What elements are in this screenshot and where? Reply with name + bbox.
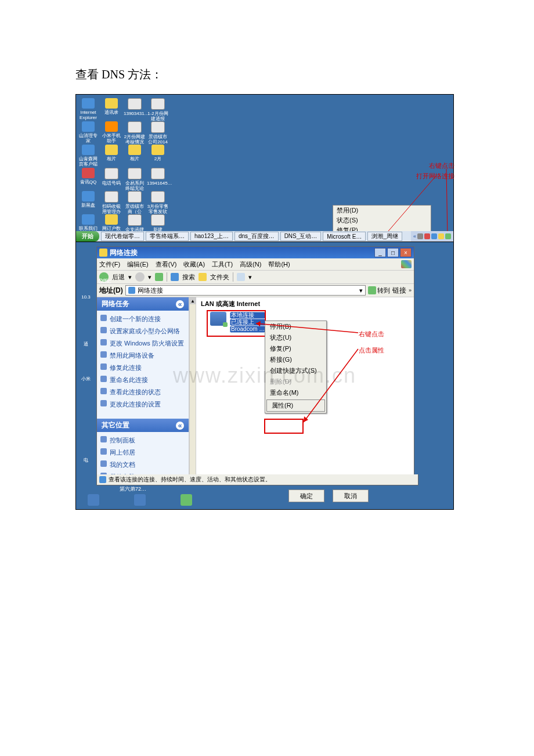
side-task-item[interactable]: 禁用此网络设备 [97, 350, 189, 362]
desktop-icon[interactable]: 电话号码 [100, 168, 122, 186]
desktop-icon[interactable]: 小米手机助手 [100, 121, 122, 143]
maximize-button[interactable]: □ [387, 248, 399, 257]
menu-item[interactable]: 文件(F) [99, 260, 120, 269]
side-task-item[interactable]: 更改 Windows 防火墙设置 [97, 337, 189, 350]
desktop-icon[interactable]: 13903431… [124, 98, 146, 116]
side-other-item[interactable]: 我的文档 [97, 459, 189, 471]
ctx-properties[interactable]: 属性(R) [266, 399, 325, 412]
address-bar: 地址(D) 网络连接 ▾ 转到 链接» [97, 284, 414, 297]
anno-right-click-2: 右键点击 [359, 330, 384, 339]
desktop-icon[interactable]: 2月 [147, 145, 169, 161]
taskbar-button[interactable]: hao123_上… [190, 232, 233, 241]
status-bar: 查看该连接的连接、持续时间、速度、活动、和其他状态设置。 [96, 474, 418, 485]
ok-button[interactable]: 确定 [288, 489, 324, 502]
close-button[interactable]: × [400, 248, 412, 257]
taskbar-icons-sliver [88, 494, 192, 506]
views-button[interactable] [237, 273, 245, 281]
sliver-label-2: 通 [77, 341, 95, 347]
red-highlight-box-properties [264, 419, 304, 434]
address-value: 网络连接 [138, 286, 163, 295]
side-other-item[interactable]: 网上邻居 [97, 447, 189, 459]
toolbar: 后退▾ ▾ 搜索 文件夹 ▾ [97, 271, 414, 284]
menu-disable[interactable]: 禁用(D) [333, 206, 431, 215]
side-task-item[interactable]: 修复此连接 [97, 362, 189, 374]
menu-item[interactable]: 查看(V) [156, 260, 177, 269]
doc-heading: 查看 DNS 方法： [75, 67, 459, 82]
ctx-status[interactable]: 状态(U) [265, 332, 326, 343]
desktop-icon[interactable]: 13941645… [147, 168, 169, 186]
ctx-repair[interactable]: 修复(P) [265, 343, 326, 354]
links-label: 链接 [392, 286, 406, 296]
side-other-header[interactable]: 其它位置« [97, 419, 189, 432]
address-input[interactable]: 网络连接 ▾ [125, 285, 366, 296]
desktop-icon[interactable]: 新黑盘 [77, 191, 99, 208]
folders-icon[interactable] [199, 273, 207, 281]
app-icon [99, 249, 107, 257]
menu-item[interactable]: 工具(T) [212, 260, 233, 269]
search-label: 搜索 [182, 273, 195, 282]
taskbar-button[interactable]: DNS_互动… [280, 232, 322, 241]
sliver-label-1: 10.3 [77, 294, 95, 300]
desktop-icon[interactable]: 1-2月份网建通报 [147, 98, 169, 121]
go-button[interactable]: 转到 [368, 286, 390, 295]
ctx-disable[interactable]: 停用(B) [265, 321, 326, 332]
system-tray[interactable]: « [411, 231, 453, 242]
start-button[interactable]: 开始 [76, 231, 99, 242]
taskbar-button[interactable]: 零售终端系… [146, 232, 189, 241]
cancel-button[interactable]: 取消 [333, 489, 369, 502]
red-highlight-box-item [207, 310, 266, 337]
title-bar[interactable]: 网络连接 _ □ × [97, 247, 414, 258]
desktop-icon[interactable]: 山青森网页客户端 [77, 145, 99, 167]
anno-click-properties: 点击属性 [359, 346, 384, 355]
ctx-rename[interactable]: 重命名(M) [265, 387, 326, 398]
side-task-item[interactable]: 重命名此连接 [97, 374, 189, 386]
folders-label: 文件夹 [210, 273, 229, 282]
anno-open-network: 打开网络连接 [416, 172, 454, 181]
sliver-label-3: 小米 [77, 376, 95, 382]
desktop-icon[interactable]: Internet Explorer [77, 98, 99, 120]
taskbar-button[interactable]: dns_百度搜… [234, 232, 279, 241]
taskbar-button[interactable]: 浏潮_周继 [367, 232, 402, 241]
desktop-icon[interactable]: 通讯录 [100, 98, 122, 115]
status-icon [99, 476, 106, 483]
menu-bar[interactable]: 文件(F)编辑(E)查看(V)收藏(A)工具(T)高级(N)帮助(H) [97, 258, 414, 271]
taskbar-button[interactable]: 现代卷烟零… [101, 232, 144, 241]
content-pane: LAN 或高速 Internet 本地连接 已连接上 Broadcom … 停用… [196, 297, 414, 485]
desktop-icon[interactable]: 网订户数 [100, 214, 122, 231]
back-label: 后退 [112, 273, 125, 282]
search-icon[interactable] [171, 273, 179, 281]
offic-label: Offic [97, 276, 112, 286]
ctx-bridge[interactable]: 桥接(G) [265, 354, 326, 365]
windows-logo-icon [401, 260, 412, 268]
desktop-icon[interactable]: 青讯QQ [77, 168, 99, 185]
menu-item[interactable]: 高级(N) [240, 260, 261, 269]
menu-item[interactable]: 编辑(E) [127, 260, 149, 269]
desktop-icon[interactable]: 相片 [124, 145, 146, 161]
category-label: LAN 或高速 Internet [196, 297, 414, 311]
scrollbar[interactable]: ▲▼ [189, 297, 196, 485]
window-title: 网络连接 [110, 248, 138, 258]
ctx-delete: 删除(D) [265, 376, 326, 387]
side-task-item[interactable]: 创建一个新的连接 [97, 313, 189, 325]
side-task-item[interactable]: 更改此连接的设置 [97, 398, 189, 411]
side-other-item[interactable]: 控制面板 [97, 434, 189, 447]
address-icon [128, 287, 135, 294]
menu-status[interactable]: 状态(S) [333, 215, 431, 225]
screenshot-1: Internet Explorer通讯录13903431…1-2月份网建通报山清… [75, 94, 454, 242]
screenshot-2: 10.3 通 小米 电 网络连接 _ □ × 文件(F)编辑(E)查看(V)收藏… [75, 242, 454, 510]
ctx-shortcut[interactable]: 创建快捷方式(S) [265, 365, 326, 376]
forward-button[interactable] [135, 272, 145, 282]
side-tasks-header[interactable]: 网络任务« [97, 297, 189, 311]
desktop-icon[interactable]: 联系我们 [77, 214, 99, 231]
taskbar-button[interactable]: Microsoft E… [323, 232, 366, 241]
taskbar: 开始 现代卷烟零…零售终端系…hao123_上…dns_百度搜…DNS_互动…M… [76, 231, 453, 242]
menu-item[interactable]: 帮助(H) [268, 260, 290, 269]
address-label: 地址(D) [99, 286, 123, 296]
minimize-button[interactable]: _ [374, 248, 386, 257]
desktop-icon[interactable]: 相片 [100, 145, 122, 161]
up-button[interactable] [155, 273, 163, 281]
side-task-item[interactable]: 查看此连接的状态 [97, 386, 189, 398]
menu-item[interactable]: 收藏(A) [183, 260, 205, 269]
desktop-icon[interactable]: 山清理专家 [77, 121, 99, 143]
side-task-item[interactable]: 设置家庭或小型办公网络 [97, 325, 189, 337]
